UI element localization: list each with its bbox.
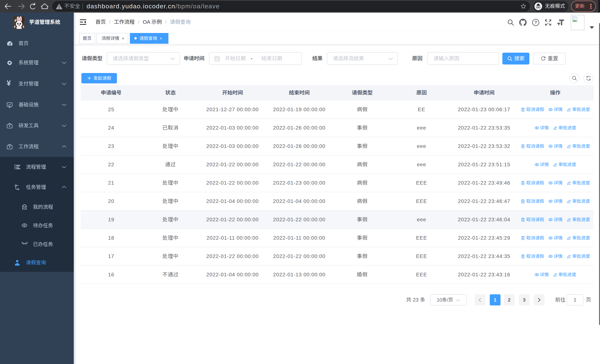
- svg-text:?: ?: [534, 20, 537, 25]
